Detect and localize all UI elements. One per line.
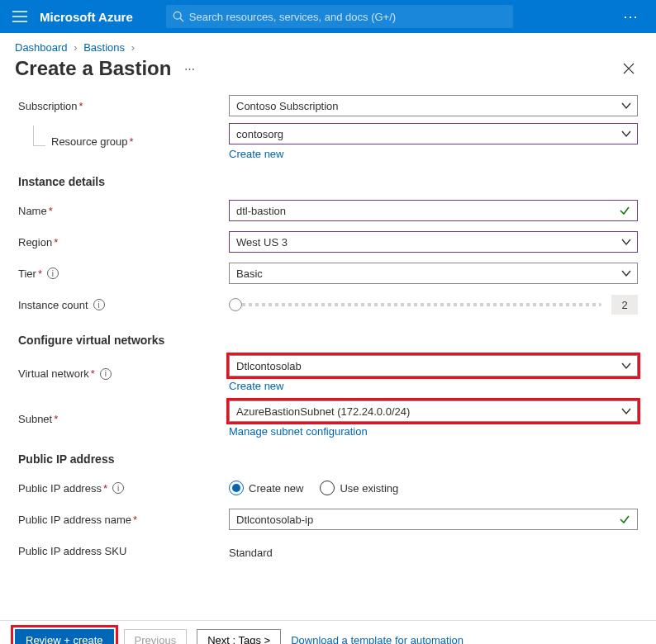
more-icon[interactable]: ⋯ [184,63,195,75]
create-new-rg-link[interactable]: Create new [229,148,283,160]
vnet-select[interactable]: Dtlcontosolab [229,355,638,376]
info-icon[interactable]: i [47,268,59,279]
resource-group-label: Resource group* [18,135,229,148]
pip-use-existing-radio[interactable]: Use existing [320,481,398,495]
chevron-down-icon [620,360,632,372]
chevron-down-icon [620,236,632,248]
close-icon[interactable] [616,59,641,78]
vnet-label: Virtual network*i [18,367,229,380]
instance-count-label: Instance counti [18,299,229,311]
global-search[interactable] [166,5,513,28]
search-icon [173,11,184,22]
check-icon [619,514,630,525]
previous-button: Previous [124,629,188,644]
page-header: Create a Bastion ⋯ [0,57,656,92]
chevron-down-icon [620,405,632,417]
breadcrumb-item[interactable]: Bastions [83,41,125,54]
name-input[interactable]: dtl-bastion [229,200,638,221]
region-label: Region* [18,236,229,249]
slider-thumb[interactable] [229,298,242,311]
brand-label: Microsoft Azure [40,10,133,24]
region-select[interactable]: West US 3 [229,231,638,253]
section-pip: Public IP address [18,452,638,466]
section-instance-details: Instance details [18,175,638,188]
subnet-label: Subnet* [18,413,229,425]
tier-select[interactable]: Basic [229,263,638,284]
pip-sku-value: Standard [229,543,638,559]
create-new-vnet-link[interactable]: Create new [229,380,283,392]
subscription-select[interactable]: Contoso Subscription [229,95,638,116]
check-icon [619,205,630,216]
svg-point-0 [174,12,181,19]
chevron-down-icon [620,100,632,111]
instance-count-value: 2 [611,295,638,315]
info-icon[interactable]: i [100,368,112,380]
chevron-right-icon: › [131,41,135,54]
manage-subnet-link[interactable]: Manage subnet configuration [229,425,368,438]
name-label: Name* [18,205,229,217]
pip-name-label: Public IP address name* [18,514,229,526]
chevron-down-icon [620,128,632,140]
breadcrumb: Dashboard › Bastions › [0,33,656,57]
overflow-icon[interactable]: ⋯ [613,7,649,26]
chevron-right-icon: › [74,41,77,54]
chevron-down-icon [620,268,632,279]
section-vnet: Configure virtual networks [18,334,638,347]
info-icon[interactable]: i [93,299,105,310]
subnet-select[interactable]: AzureBastionSubnet (172.24.0.0/24) [229,400,638,422]
tier-label: Tier*i [18,268,229,280]
review-create-button[interactable]: Review + create [15,629,114,644]
instance-count-slider[interactable] [229,303,601,306]
pip-sku-label: Public IP address SKU [18,545,229,557]
pip-create-new-radio[interactable]: Create new [229,481,303,495]
subscription-label: Subscription* [18,100,229,112]
search-input[interactable] [189,11,506,23]
page-title: Create a Bastion [15,57,171,80]
next-button[interactable]: Next : Tags > [197,629,281,644]
topbar: Microsoft Azure ⋯ [0,0,656,33]
resource-group-select[interactable]: contosorg [229,123,638,144]
footer: Review + create Previous Next : Tags > D… [0,620,656,644]
pip-name-input[interactable]: Dtlcontosolab-ip [229,509,638,530]
info-icon[interactable]: i [112,482,124,494]
pip-mode-radio-group: Create new Use existing [229,481,638,495]
pip-mode-label: Public IP address*i [18,482,229,495]
menu-icon[interactable] [7,3,33,30]
breadcrumb-item[interactable]: Dashboard [15,41,68,54]
download-template-link[interactable]: Download a template for automation [291,634,463,645]
form-content: Subscription* Contoso Subscription Resou… [0,92,656,620]
